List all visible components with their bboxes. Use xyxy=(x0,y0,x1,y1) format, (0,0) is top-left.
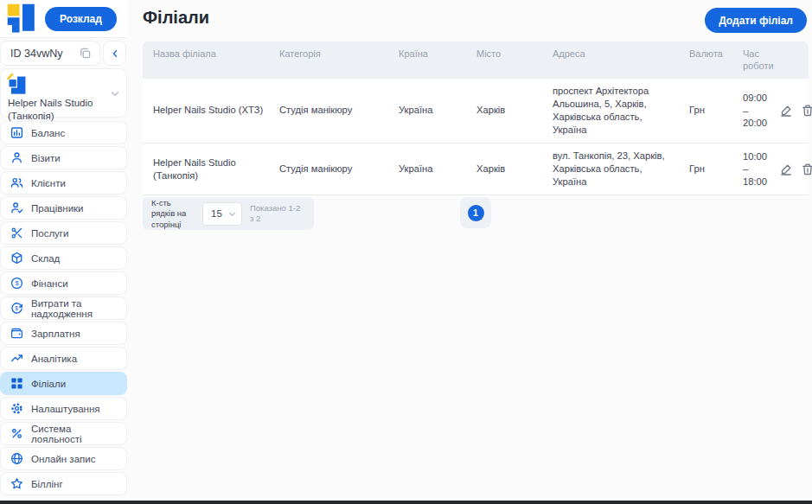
edit-branch-button[interactable] xyxy=(779,104,793,118)
cell-address: проспект Архітектора Альошина, 5, Харків… xyxy=(542,79,679,143)
finances-icon: $ xyxy=(10,277,23,290)
sidebar-item-balance[interactable]: Баланс xyxy=(0,121,127,144)
app-window: Розклад ID 34vwNy xyxy=(0,0,812,504)
billing-icon xyxy=(10,477,23,491)
balance-icon xyxy=(10,126,23,140)
sidebar-item-loyalty[interactable]: Система лояльності xyxy=(0,422,127,445)
table-row: Helper Nails Studio (Танкопія) Студія ма… xyxy=(143,144,809,195)
cell-country: Україна xyxy=(388,156,466,182)
sidebar-item-visits[interactable]: Візити xyxy=(0,146,127,169)
app-logo xyxy=(5,3,40,35)
cell-branch-name: Helper Nails Studio (ХТЗ) xyxy=(143,98,269,123)
cell-currency: Грн xyxy=(679,156,732,182)
sidebar-item-label: Фінанси xyxy=(31,278,68,289)
cell-city: Харків xyxy=(466,156,542,182)
shown-range-text: Показано 1-2 з 2 xyxy=(250,203,305,225)
cell-category: Студія манікюру xyxy=(269,156,388,182)
page-1-button[interactable]: 1 xyxy=(468,205,484,221)
cell-address: вул. Танкопія, 23, Харків, Харківська об… xyxy=(542,144,679,195)
svg-text:$: $ xyxy=(15,305,18,311)
column-header-category: Категорія xyxy=(269,41,388,79)
sidebar-item-online-booking[interactable]: Онлайн запис xyxy=(0,447,127,470)
column-header-address: Адреса xyxy=(542,41,679,79)
sidebar-item-salary[interactable]: Зарплатня xyxy=(0,322,127,345)
rows-per-page-box: К-сть рядків на сторінці 15 Показано 1-2… xyxy=(143,197,314,230)
cell-country: Україна xyxy=(388,98,466,123)
sidebar-item-branches[interactable]: Філіали xyxy=(0,372,127,395)
sidebar-header: Розклад xyxy=(0,0,127,38)
clients-icon xyxy=(10,176,23,190)
services-icon xyxy=(10,226,23,240)
schedule-button[interactable]: Розклад xyxy=(45,7,117,31)
sidebar-item-employees[interactable]: Працівники xyxy=(0,196,127,220)
work-hours-to: 20:00 xyxy=(743,117,769,130)
sidebar-item-label: Клієнти xyxy=(31,178,66,188)
chevron-left-icon xyxy=(110,48,120,59)
sidebar-item-label: Візити xyxy=(31,153,61,163)
main-header: Філіали Додати філіал xyxy=(143,0,809,41)
copy-icon[interactable] xyxy=(79,47,92,60)
sidebar: Розклад ID 34vwNy xyxy=(0,0,127,504)
column-header-currency: Валюта xyxy=(679,41,732,79)
work-hours-from: 09:00 xyxy=(743,92,769,105)
bottom-edge xyxy=(0,501,812,504)
employees-icon xyxy=(10,201,23,215)
rows-per-page-value: 15 xyxy=(211,208,222,219)
work-hours-dash: – xyxy=(743,163,769,175)
account-id-row: ID 34vwNy xyxy=(0,41,127,66)
main-content: Філіали Додати філіал Назва філіала Кате… xyxy=(127,0,812,504)
edit-icon xyxy=(779,104,793,118)
salary-icon xyxy=(10,327,23,341)
delete-branch-button[interactable] xyxy=(801,104,812,118)
sidebar-item-label: Послуги xyxy=(31,228,69,239)
sidebar-item-settings[interactable]: Налаштування xyxy=(0,397,127,420)
work-hours-to: 18:00 xyxy=(743,175,769,188)
cell-branch-name: Helper Nails Studio (Танкопія) xyxy=(143,150,269,188)
visits-icon xyxy=(10,151,23,165)
table-header-row: Назва філіала Категорія Країна Місто Адр… xyxy=(143,41,809,79)
cell-actions xyxy=(772,104,812,118)
branches-table: Назва філіала Категорія Країна Місто Адр… xyxy=(143,41,809,195)
edit-branch-button[interactable] xyxy=(779,163,793,176)
delete-branch-button[interactable] xyxy=(801,163,812,176)
add-branch-button[interactable]: Додати філіал xyxy=(705,8,807,33)
chevron-down-icon xyxy=(227,209,237,219)
trash-icon xyxy=(801,163,812,176)
sidebar-item-billing[interactable]: Біллінг xyxy=(0,472,127,495)
sidebar-item-warehouse[interactable]: Склад xyxy=(0,246,127,270)
edit-icon xyxy=(779,163,793,176)
svg-text:$: $ xyxy=(15,279,19,287)
expenses-icon: $ xyxy=(10,302,23,316)
sidebar-item-expenses[interactable]: $ Витрати та надходження xyxy=(0,297,127,320)
rows-per-page-select[interactable]: 15 xyxy=(202,202,242,226)
sidebar-item-label: Налаштування xyxy=(31,404,99,414)
sidebar-item-label: Біллінг xyxy=(31,479,63,489)
sidebar-item-label: Баланс xyxy=(31,128,65,138)
account-id-card: ID 34vwNy xyxy=(0,41,100,66)
page-title: Філіали xyxy=(143,8,209,28)
sidebar-item-finances[interactable]: $ Фінанси xyxy=(0,271,127,295)
cell-actions xyxy=(772,163,812,176)
company-selector[interactable]: Helper Nails Studio (Танкопія) xyxy=(0,68,127,118)
sidebar-item-analytics[interactable]: Аналітика xyxy=(0,347,127,370)
sidebar-item-services[interactable]: Послуги xyxy=(0,221,127,245)
sidebar-item-label: Онлайн запис xyxy=(31,454,95,464)
trash-icon xyxy=(801,104,812,118)
loyalty-icon xyxy=(10,427,23,441)
cell-currency: Грн xyxy=(679,98,732,123)
sidebar-collapse-button[interactable] xyxy=(103,41,126,66)
company-name: Helper Nails Studio (Танкопія) xyxy=(8,97,112,123)
cell-category: Студія манікюру xyxy=(269,98,388,123)
chevron-down-icon xyxy=(109,87,121,99)
sidebar-item-clients[interactable]: Клієнти xyxy=(0,171,127,195)
cell-work-hours: 09:00 – 20:00 xyxy=(732,86,772,136)
cell-work-hours: 10:00 – 18:00 xyxy=(732,144,772,195)
column-header-actions xyxy=(772,41,809,79)
work-hours-dash: – xyxy=(743,105,769,118)
work-hours-from: 10:00 xyxy=(743,150,769,163)
settings-icon xyxy=(10,402,23,416)
sidebar-item-label: Філіали xyxy=(31,379,66,389)
column-header-work-hours: Час роботи xyxy=(732,41,772,79)
account-id-label: ID 34vwNy xyxy=(10,48,62,60)
online-booking-icon xyxy=(10,452,23,466)
